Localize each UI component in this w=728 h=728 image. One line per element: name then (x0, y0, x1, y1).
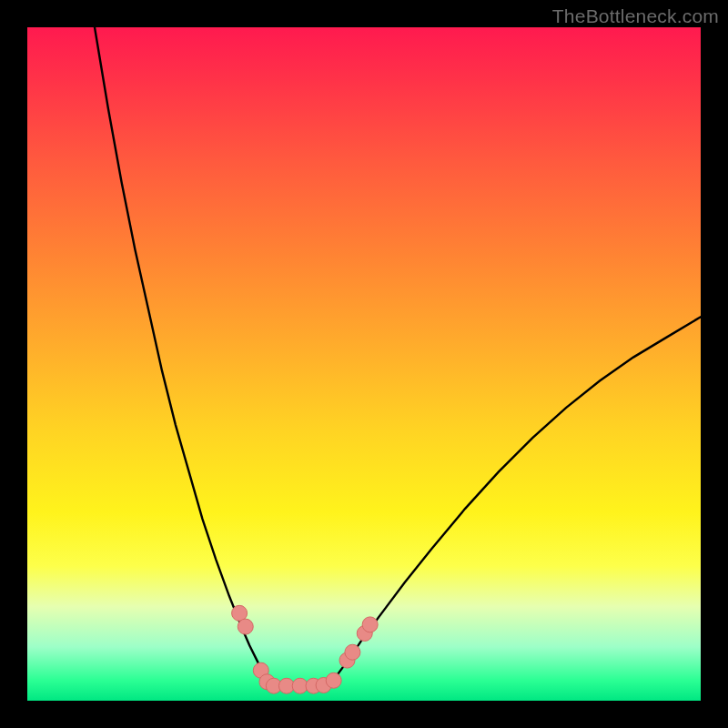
watermark-text: TheBottleneck.com (552, 5, 719, 27)
bottleneck-curve (95, 27, 701, 686)
data-markers (232, 605, 379, 693)
plot-area (27, 27, 701, 701)
chart-svg (27, 27, 701, 701)
data-marker (326, 672, 341, 688)
data-marker (362, 617, 378, 632)
data-marker (238, 619, 253, 634)
chart-frame: TheBottleneck.com (0, 0, 728, 728)
data-marker (345, 644, 360, 660)
